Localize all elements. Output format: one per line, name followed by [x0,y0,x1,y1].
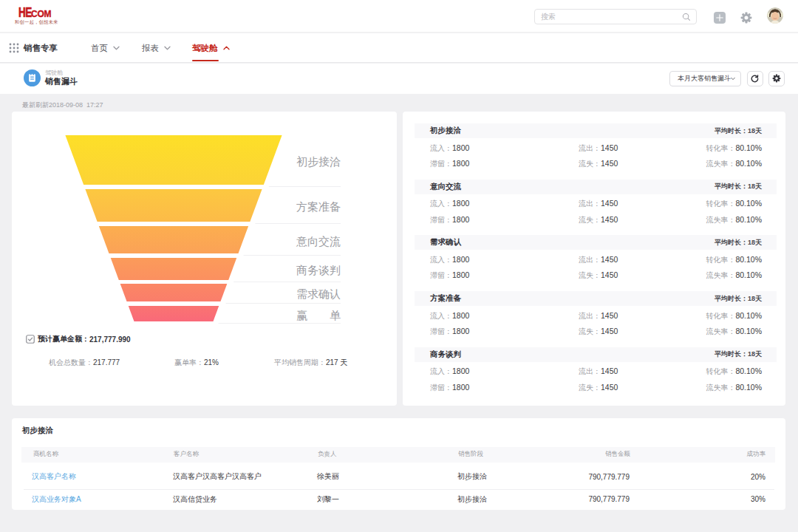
stage-cell-label: 流失率： [706,327,735,335]
stage-duration: 平均时长：18天 [715,182,762,191]
stage-block: 需求确认 平均时长：18天 流入：1800 流出：1450 转化率：80.10%… [415,235,777,291]
funnel-segment[interactable] [99,226,248,253]
stage-row: 流入：1800 流出：1450 转化率：80.10% [415,143,777,154]
app-name[interactable]: 销售专享 [24,43,58,54]
stage-cell: 流失率：80.10% [706,383,762,393]
funnel-segment[interactable] [129,306,219,321]
funnel-stage-label: 初 [296,155,307,168]
stage-header: 需求确认 平均时长：18天 [415,235,777,250]
stage-cell: 流入：1800 [430,199,469,209]
expected-win-amount: 预计赢单金额： 217,777.990 [26,334,131,344]
stage-cell-value: 1800 [452,311,469,320]
stage-duration: 平均时长：18天 [715,126,762,136]
stat-value: 21% [204,358,219,366]
stage-cell: 流失率：80.10% [706,159,762,169]
sales-amount-cell: 790,779.779 [553,495,630,503]
chevron-down-icon [731,77,735,81]
nav-item-reports[interactable]: 报表 [142,43,171,54]
table-row: 汉高业务对象A 汉高信贷业务 刘黎一 初步接洽 790,779.779 30% [12,488,785,511]
stage-duration-value: 18天 [748,239,762,246]
sales-stage-cell: 初步接洽 [457,494,553,505]
expected-win-amount-label: 预计赢单金额： [38,334,89,344]
dashboard-settings-button[interactable] [768,71,785,86]
stage-cell: 流出：1450 [579,366,618,377]
avatar-image [767,7,783,24]
stage-header: 商务谈判 平均时长：18天 [415,347,777,362]
success-rate-cell: 30% [630,495,765,503]
funnel-stage-label: 交 [318,235,330,248]
stage-cell-label: 流出： [579,200,601,208]
stage-cell-label: 转化率： [706,256,735,264]
search-icon[interactable] [682,13,691,21]
nav-item-cockpit[interactable]: 驾驶舱 [192,43,230,54]
stage-cell: 流出：1450 [579,199,618,209]
funnel-stage-label: 意 [296,235,307,248]
funnel-segment[interactable] [65,135,282,185]
opportunity-name-link[interactable]: 汉高客户名称 [32,471,173,482]
stage-duration-value: 18天 [748,183,762,190]
stat-win-rate: 赢单率：21% [174,358,219,368]
stage-stats-card: 初步接洽 平均时长：18天 流入：1800 流出：1450 转化率：80.10%… [403,112,785,406]
funnel-stage-label: 单 [330,309,341,321]
stage-row: 流入：1800 流出：1450 转化率：80.10% [415,366,777,377]
apps-grid-icon[interactable] [9,43,19,53]
refresh-button[interactable] [747,71,763,86]
funnel-stage-label: 流 [330,235,341,248]
stage-block: 初步接洽 平均时长：18天 流入：1800 流出：1450 转化率：80.10%… [415,123,777,180]
page-title: 销售漏斗 [45,76,78,87]
stage-cell: 滞留：1800 [430,215,469,225]
stage-cell-value: 1450 [601,143,618,152]
stage-cell-value: 1450 [601,270,618,279]
nav-item-home[interactable]: 首页 [91,43,120,54]
funnel-segment[interactable] [120,284,228,301]
stage-cell-value: 80.10% [735,383,762,392]
stage-cell: 流入：1800 [430,255,469,265]
stage-cell-value: 1450 [601,383,618,392]
funnel-selector-dropdown[interactable]: 本月大客销售漏斗 [669,71,741,86]
stage-cell: 转化率：80.10% [706,366,762,377]
column-header: 商机名称 [33,450,174,459]
stage-cell-value: 1800 [452,366,469,375]
stat-label: 机会总数量： [49,358,93,366]
stat-avg-sales-cycle: 平均销售周期：217 天 [274,358,347,368]
stage-block: 商务谈判 平均时长：18天 流入：1800 流出：1450 转化率：80.10%… [415,347,777,403]
stage-cell: 流失率：80.10% [706,270,762,281]
stage-cell-value: 1450 [601,199,618,208]
funnel-stage-label: 方 [296,200,307,213]
stage-cell-label: 流入： [430,200,452,208]
user-avatar[interactable] [767,7,783,24]
stage-header: 方案准备 平均时长：18天 [415,291,777,306]
stage-cell-value: 80.10% [735,327,762,335]
stage-cell-label: 流失： [579,383,601,392]
stage-row: 滞留：1800 流失：1450 流失率：80.10% [415,215,777,225]
brand-logo-text: HE [18,6,32,19]
funnel-chart-card: 初步接洽方案准备意向交流商务谈判需求确认赢单 预计赢单金额： 217,777.9… [12,112,397,406]
funnel-stage-label: 求 [307,287,318,300]
add-button[interactable] [714,12,726,24]
stage-cell-label: 转化率： [706,312,735,320]
stage-cell-label: 滞留： [430,383,452,392]
search-placeholder: 搜索 [535,12,682,22]
stage-cell-label: 流失： [579,216,601,224]
funnel-segment[interactable] [111,258,237,280]
settings-button[interactable] [740,12,752,24]
stage-duration: 平均时长：18天 [715,238,762,248]
stage-cell-value: 1800 [452,383,469,392]
nav-item-home-label: 首页 [91,44,108,52]
chevron-up-icon [223,46,230,50]
stage-cell-label: 流失： [579,160,601,168]
stage-cell-value: 80.10% [735,311,762,320]
stage-cell-value: 80.10% [735,143,762,152]
stage-cell-value: 1450 [601,255,618,264]
search-input[interactable]: 搜索 [534,9,697,24]
expected-win-amount-value: 217,777.990 [89,335,131,344]
opportunity-name-link[interactable]: 汉高业务对象A [32,494,173,505]
stage-block: 方案准备 平均时长：18天 流入：1800 流出：1450 转化率：80.10%… [415,291,777,347]
stage-cell: 流失：1450 [579,327,618,337]
funnel-segment[interactable] [85,189,262,222]
stage-cell-label: 流入： [430,367,452,375]
stage-duration-label: 平均时长： [715,183,748,190]
column-header: 销售金额 [554,450,630,459]
stage-cell: 流失率：80.10% [706,215,762,225]
funnel-stage-label: 需 [296,287,307,300]
